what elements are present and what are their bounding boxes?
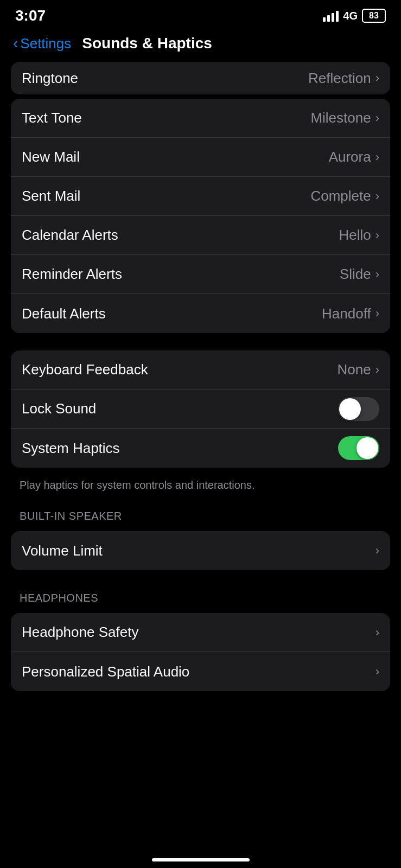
row-label: Keyboard Feedback xyxy=(22,361,148,378)
row-right: › xyxy=(375,665,379,679)
new-mail-row[interactable]: New Mail Aurora › xyxy=(11,138,390,177)
lock-sound-row[interactable]: Lock Sound xyxy=(11,390,390,429)
built-in-speaker-label: BUILT-IN SPEAKER xyxy=(0,501,401,527)
sent-mail-row[interactable]: Sent Mail Complete › xyxy=(11,177,390,216)
row-label: Personalized Spatial Audio xyxy=(22,663,189,680)
back-chevron-icon: ‹ xyxy=(13,35,18,52)
headphone-safety-row[interactable]: Headphone Safety › xyxy=(11,613,390,652)
row-label: Headphone Safety xyxy=(22,624,138,641)
lock-sound-toggle[interactable] xyxy=(338,397,379,421)
keyboard-feedback-row[interactable]: Keyboard Feedback None › xyxy=(11,350,390,390)
chevron-right-icon: › xyxy=(375,307,379,321)
row-label: Lock Sound xyxy=(22,400,96,417)
row-right: None › xyxy=(338,361,379,378)
row-right xyxy=(338,436,379,460)
feedback-group: Keyboard Feedback None › Lock Sound Syst… xyxy=(11,350,390,468)
chevron-right-icon: › xyxy=(375,71,379,85)
chevron-right-icon: › xyxy=(375,228,379,242)
back-label: Settings xyxy=(20,35,71,52)
row-label: Sent Mail xyxy=(22,188,80,205)
default-alerts-row[interactable]: Default Alerts Handoff › xyxy=(11,294,390,333)
chevron-right-icon: › xyxy=(375,111,379,125)
row-label: Text Tone xyxy=(22,110,82,126)
sounds-group: Text Tone Milestone › New Mail Aurora › … xyxy=(11,99,390,333)
row-right: Milestone › xyxy=(310,110,379,126)
row-label: Reminder Alerts xyxy=(22,266,122,283)
chevron-right-icon: › xyxy=(375,267,379,282)
row-right: Handoff › xyxy=(322,305,379,322)
row-right: › xyxy=(375,544,379,558)
status-time: 3:07 xyxy=(15,7,46,24)
row-right: Hello › xyxy=(339,227,379,244)
list-item[interactable]: Ringtone Reflection › xyxy=(11,62,390,94)
row-right xyxy=(338,397,379,421)
row-value: None xyxy=(338,361,371,378)
row-value: Milestone xyxy=(310,110,371,126)
nav-header: ‹ Settings Sounds & Haptics xyxy=(0,29,401,60)
network-label: 4G xyxy=(343,10,358,22)
row-value: Aurora xyxy=(329,149,371,165)
reminder-alerts-row[interactable]: Reminder Alerts Slide › xyxy=(11,255,390,294)
row-label: New Mail xyxy=(22,149,80,165)
volume-limit-row[interactable]: Volume Limit › xyxy=(11,531,390,570)
chevron-right-icon: › xyxy=(375,544,379,558)
page-title: Sounds & Haptics xyxy=(82,35,212,52)
status-icons: 4G 83 xyxy=(323,9,386,23)
row-value: Complete xyxy=(310,188,371,205)
row-value: Hello xyxy=(339,227,371,244)
row-label: Ringtone xyxy=(22,70,78,87)
headphones-group: Headphone Safety › Personalized Spatial … xyxy=(11,613,390,691)
row-label: Default Alerts xyxy=(22,305,106,322)
row-right: › xyxy=(375,626,379,640)
toggle-knob xyxy=(339,398,361,420)
signal-bars-icon xyxy=(323,10,339,22)
row-value: Handoff xyxy=(322,305,371,322)
text-tone-row[interactable]: Text Tone Milestone › xyxy=(11,99,390,138)
row-value: Slide xyxy=(340,266,371,283)
home-indicator xyxy=(152,858,250,861)
row-right: Slide › xyxy=(340,266,379,283)
row-right: Aurora › xyxy=(329,149,379,165)
headphones-label: HEADPHONES xyxy=(0,583,401,609)
chevron-right-icon: › xyxy=(375,363,379,377)
chevron-right-icon: › xyxy=(375,626,379,640)
system-haptics-row[interactable]: System Haptics xyxy=(11,429,390,468)
system-haptics-description: Play haptics for system controls and int… xyxy=(0,472,401,501)
row-label: Calendar Alerts xyxy=(22,227,118,244)
system-haptics-toggle[interactable] xyxy=(338,436,379,460)
chevron-right-icon: › xyxy=(375,665,379,679)
row-right: Reflection › xyxy=(308,70,379,87)
row-label: System Haptics xyxy=(22,440,120,457)
chevron-right-icon: › xyxy=(375,150,379,164)
built-in-speaker-group: Volume Limit › xyxy=(11,531,390,570)
chevron-right-icon: › xyxy=(375,189,379,203)
row-right: Complete › xyxy=(310,188,379,205)
calendar-alerts-row[interactable]: Calendar Alerts Hello › xyxy=(11,216,390,255)
row-value: Reflection xyxy=(308,70,371,87)
status-bar: 3:07 4G 83 xyxy=(0,0,401,29)
row-label: Volume Limit xyxy=(22,542,103,559)
personalized-spatial-audio-row[interactable]: Personalized Spatial Audio › xyxy=(11,652,390,691)
toggle-knob xyxy=(357,437,378,459)
back-button[interactable]: ‹ Settings xyxy=(13,35,71,52)
partial-group: Ringtone Reflection › xyxy=(11,62,390,94)
battery-icon: 83 xyxy=(362,9,386,23)
